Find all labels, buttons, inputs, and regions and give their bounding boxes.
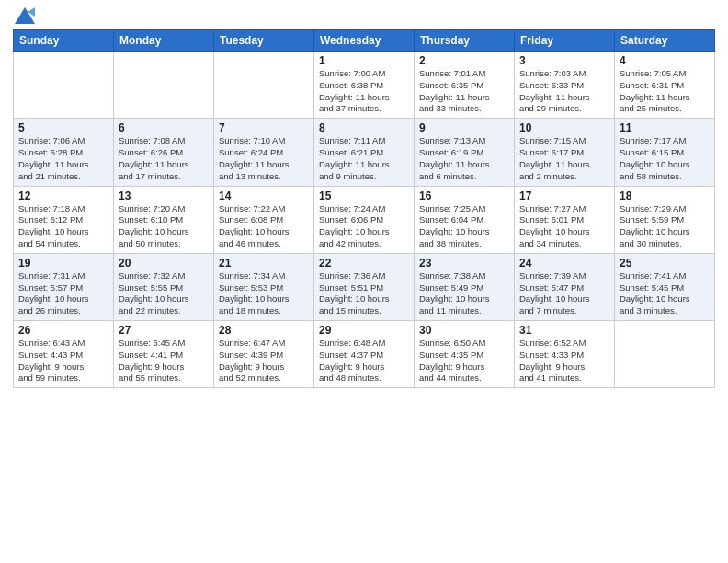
day-number: 12 [18,190,108,202]
calendar-cell: 12Sunrise: 7:18 AM Sunset: 6:12 PM Dayli… [14,186,114,253]
col-header-friday: Friday [515,30,615,52]
col-header-monday: Monday [114,30,214,52]
calendar-cell: 8Sunrise: 7:11 AM Sunset: 6:21 PM Daylig… [314,119,415,186]
col-header-sunday: Sunday [14,30,114,52]
calendar-header-row: SundayMondayTuesdayWednesdayThursdayFrid… [14,30,715,52]
calendar-cell: 23Sunrise: 7:38 AM Sunset: 5:49 PM Dayli… [415,253,515,320]
day-number: 28 [219,324,309,337]
calendar-cell: 2Sunrise: 7:01 AM Sunset: 6:35 PM Daylig… [415,52,515,119]
day-info: Sunrise: 7:05 AM Sunset: 6:31 PM Dayligh… [620,68,710,115]
calendar-cell: 4Sunrise: 7:05 AM Sunset: 6:31 PM Daylig… [615,52,715,119]
day-number: 2 [419,54,509,67]
day-info: Sunrise: 7:39 AM Sunset: 5:47 PM Dayligh… [519,270,609,317]
calendar-cell: 5Sunrise: 7:06 AM Sunset: 6:28 PM Daylig… [14,119,114,186]
day-number: 18 [620,190,710,202]
day-number: 29 [319,324,409,337]
calendar-cell [214,52,314,119]
calendar-cell: 10Sunrise: 7:15 AM Sunset: 6:17 PM Dayli… [515,119,615,186]
day-info: Sunrise: 6:45 AM Sunset: 4:41 PM Dayligh… [119,338,209,385]
day-number: 3 [519,54,609,67]
day-info: Sunrise: 7:03 AM Sunset: 6:33 PM Dayligh… [519,68,609,115]
calendar-cell: 21Sunrise: 7:34 AM Sunset: 5:53 PM Dayli… [214,253,314,320]
day-info: Sunrise: 7:13 AM Sunset: 6:19 PM Dayligh… [419,135,509,182]
day-info: Sunrise: 7:41 AM Sunset: 5:45 PM Dayligh… [620,270,710,317]
day-number: 19 [18,257,108,270]
day-number: 8 [319,121,409,134]
calendar-cell [114,52,214,119]
calendar-cell: 18Sunrise: 7:29 AM Sunset: 5:59 PM Dayli… [615,186,715,253]
calendar-cell: 29Sunrise: 6:48 AM Sunset: 4:37 PM Dayli… [314,321,415,388]
day-info: Sunrise: 7:31 AM Sunset: 5:57 PM Dayligh… [18,270,108,317]
calendar-week-row: 12Sunrise: 7:18 AM Sunset: 6:12 PM Dayli… [14,186,715,253]
calendar-cell: 13Sunrise: 7:20 AM Sunset: 6:10 PM Dayli… [114,186,214,253]
day-info: Sunrise: 7:17 AM Sunset: 6:15 PM Dayligh… [620,135,710,182]
calendar-cell: 14Sunrise: 7:22 AM Sunset: 6:08 PM Dayli… [214,186,314,253]
calendar-cell: 15Sunrise: 7:24 AM Sunset: 6:06 PM Dayli… [314,186,415,253]
calendar-cell: 28Sunrise: 6:47 AM Sunset: 4:39 PM Dayli… [214,321,314,388]
calendar-week-row: 19Sunrise: 7:31 AM Sunset: 5:57 PM Dayli… [14,253,715,320]
day-number: 15 [319,190,409,202]
calendar-week-row: 1Sunrise: 7:00 AM Sunset: 6:38 PM Daylig… [14,52,715,119]
day-number: 25 [620,257,710,270]
day-info: Sunrise: 6:50 AM Sunset: 4:35 PM Dayligh… [419,338,509,385]
calendar-cell: 31Sunrise: 6:52 AM Sunset: 4:33 PM Dayli… [515,321,615,388]
day-number: 10 [519,121,609,134]
logo [13,9,35,24]
calendar-cell: 20Sunrise: 7:32 AM Sunset: 5:55 PM Dayli… [114,253,214,320]
day-info: Sunrise: 6:43 AM Sunset: 4:43 PM Dayligh… [18,338,108,385]
header [13,9,715,24]
col-header-thursday: Thursday [415,30,515,52]
day-number: 16 [419,190,509,202]
day-info: Sunrise: 7:24 AM Sunset: 6:06 PM Dayligh… [319,203,409,250]
calendar-cell: 24Sunrise: 7:39 AM Sunset: 5:47 PM Dayli… [515,253,615,320]
day-info: Sunrise: 7:18 AM Sunset: 6:12 PM Dayligh… [18,203,108,250]
day-info: Sunrise: 7:20 AM Sunset: 6:10 PM Dayligh… [119,203,209,250]
day-info: Sunrise: 7:11 AM Sunset: 6:21 PM Dayligh… [319,135,409,182]
day-info: Sunrise: 7:36 AM Sunset: 5:51 PM Dayligh… [319,270,409,317]
calendar-cell: 3Sunrise: 7:03 AM Sunset: 6:33 PM Daylig… [515,52,615,119]
day-number: 6 [119,121,209,134]
day-info: Sunrise: 7:25 AM Sunset: 6:04 PM Dayligh… [419,203,509,250]
day-number: 4 [620,54,710,67]
calendar-cell [615,321,715,388]
calendar-cell: 7Sunrise: 7:10 AM Sunset: 6:24 PM Daylig… [214,119,314,186]
day-number: 17 [519,190,609,202]
day-info: Sunrise: 7:06 AM Sunset: 6:28 PM Dayligh… [18,135,108,182]
calendar-cell: 25Sunrise: 7:41 AM Sunset: 5:45 PM Dayli… [615,253,715,320]
day-number: 14 [219,190,309,202]
day-info: Sunrise: 7:15 AM Sunset: 6:17 PM Dayligh… [519,135,609,182]
day-info: Sunrise: 7:10 AM Sunset: 6:24 PM Dayligh… [219,135,309,182]
day-info: Sunrise: 7:27 AM Sunset: 6:01 PM Dayligh… [519,203,609,250]
day-number: 13 [119,190,209,202]
calendar-cell: 9Sunrise: 7:13 AM Sunset: 6:19 PM Daylig… [415,119,515,186]
day-info: Sunrise: 7:38 AM Sunset: 5:49 PM Dayligh… [419,270,509,317]
day-number: 9 [419,121,509,134]
day-number: 7 [219,121,309,134]
day-number: 5 [18,121,108,134]
calendar-cell: 30Sunrise: 6:50 AM Sunset: 4:35 PM Dayli… [415,321,515,388]
day-info: Sunrise: 7:00 AM Sunset: 6:38 PM Dayligh… [319,68,409,115]
day-number: 30 [419,324,509,337]
col-header-wednesday: Wednesday [314,30,415,52]
day-info: Sunrise: 6:47 AM Sunset: 4:39 PM Dayligh… [219,338,309,385]
day-info: Sunrise: 7:32 AM Sunset: 5:55 PM Dayligh… [119,270,209,317]
day-number: 11 [620,121,710,134]
day-number: 20 [119,257,209,270]
calendar-cell: 11Sunrise: 7:17 AM Sunset: 6:15 PM Dayli… [615,119,715,186]
calendar-cell: 26Sunrise: 6:43 AM Sunset: 4:43 PM Dayli… [14,321,114,388]
day-info: Sunrise: 6:48 AM Sunset: 4:37 PM Dayligh… [319,338,409,385]
day-number: 31 [519,324,609,337]
day-info: Sunrise: 7:22 AM Sunset: 6:08 PM Dayligh… [219,203,309,250]
day-info: Sunrise: 6:52 AM Sunset: 4:33 PM Dayligh… [519,338,609,385]
calendar-cell: 22Sunrise: 7:36 AM Sunset: 5:51 PM Dayli… [314,253,415,320]
day-number: 27 [119,324,209,337]
calendar-table: SundayMondayTuesdayWednesdayThursdayFrid… [13,29,715,388]
page: SundayMondayTuesdayWednesdayThursdayFrid… [0,0,728,563]
day-number: 23 [419,257,509,270]
day-number: 22 [319,257,409,270]
calendar-cell: 1Sunrise: 7:00 AM Sunset: 6:38 PM Daylig… [314,52,415,119]
calendar-cell: 16Sunrise: 7:25 AM Sunset: 6:04 PM Dayli… [415,186,515,253]
day-number: 26 [18,324,108,337]
col-header-tuesday: Tuesday [214,30,314,52]
calendar-cell: 17Sunrise: 7:27 AM Sunset: 6:01 PM Dayli… [515,186,615,253]
